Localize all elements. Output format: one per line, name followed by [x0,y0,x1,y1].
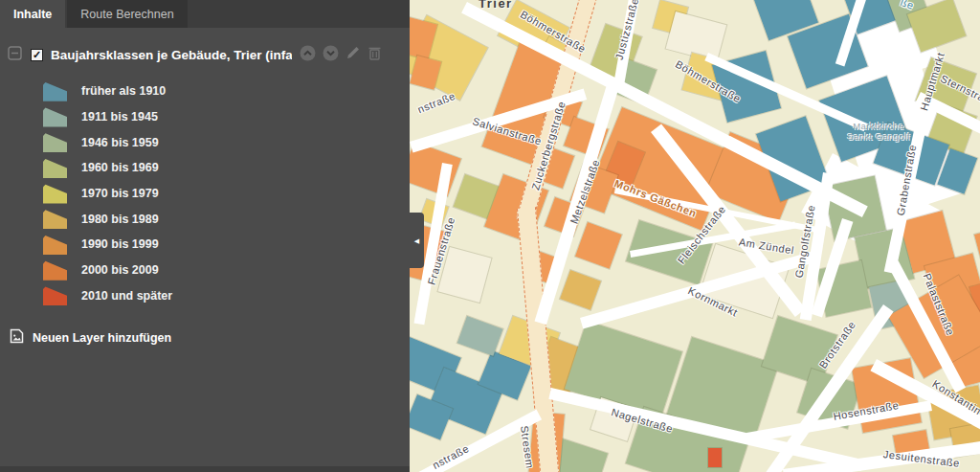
legend-swatch-icon [43,132,67,152]
legend-swatch-icon [43,260,67,281]
tab-bar: Inhalte Route Berechnen [0,0,410,28]
add-layer-icon [10,328,24,347]
delete-layer-icon[interactable] [368,45,382,65]
legend-item: 1970 bis 1979 [43,181,172,207]
layer-actions [300,45,382,65]
legend-label: früher als 1910 [81,84,166,98]
city-label: Trier [479,0,513,11]
legend-item: früher als 1910 [43,79,172,104]
collapse-layer-icon[interactable] [8,46,22,64]
legend-item: 1980 bis 1989 [43,206,172,232]
map-building [575,222,622,269]
sidebar: Inhalte Route Berechnen ✓ Baujahrsklasse… [0,0,410,472]
legend-label: 1911 bis 1945 [81,110,158,124]
legend-swatch-icon [43,158,67,178]
map-building [457,316,503,356]
legend-label: 1970 bis 1979 [81,187,159,200]
move-layer-down-icon[interactable] [323,45,339,65]
poi-label: MarktkircheSankt Gangolf [845,121,912,142]
legend-swatch-icon [43,184,67,204]
legend: früher als 19101911 bis 19451946 bis 195… [43,79,172,308]
legend-item: 1960 bis 1969 [43,155,172,181]
poi-label-line1: Marktkirche [845,121,912,131]
chevron-left-icon: ◀ [414,237,419,244]
poi-label-line2: Sankt Gangolf [845,131,912,142]
layer-visibility-checkbox[interactable]: ✓ [31,49,43,61]
legend-swatch-icon [43,107,67,127]
legend-item: 1911 bis 1945 [43,104,172,130]
legend-label: 1960 bis 1969 [81,161,159,174]
tab-route-berechnen[interactable]: Route Berechnen [67,0,187,28]
map-building [438,247,492,303]
sidebar-footer [0,466,410,472]
legend-item: 2000 bis 2009 [43,258,172,283]
tab-bar-spacer [188,0,410,28]
tab-inhalte[interactable]: Inhalte [0,0,65,28]
legend-swatch-icon [43,209,67,229]
add-layer-label: Neuen Layer hinzufügen [33,331,171,345]
legend-item: 1990 bis 1999 [43,232,172,258]
move-layer-up-icon[interactable] [300,45,316,65]
app-window: Inhalte Route Berechnen ✓ Baujahrsklasse… [0,0,980,472]
legend-label: 1980 bis 1989 [81,213,159,226]
legend-label: 1990 bis 1999 [81,237,159,251]
add-layer-button[interactable]: Neuen Layer hinzufügen [10,328,171,347]
map-canvas[interactable]: BöhmerstraßeJustizstraßeBöhmerstraßeSalv… [410,0,980,472]
legend-swatch-icon [43,81,67,101]
legend-swatch-icon [43,285,67,305]
legend-label: 2000 bis 2009 [81,263,159,277]
edit-layer-icon[interactable] [345,45,361,65]
layer-title: Baujahrsklassen je Gebäude, Trier (infas… [51,48,292,62]
map-building [708,448,722,467]
legend-item: 1946 bis 1959 [43,129,172,155]
legend-swatch-icon [43,235,67,255]
legend-item: 2010 und später [43,283,172,309]
sidebar-collapse-handle[interactable]: ◀ [410,213,424,268]
map-building [560,270,601,310]
legend-label: 2010 und später [81,289,172,303]
street-label: nstraße [416,90,457,116]
layer-row: ✓ Baujahrsklassen je Gebäude, Trier (inf… [0,44,410,65]
legend-label: 1946 bis 1959 [81,136,159,149]
